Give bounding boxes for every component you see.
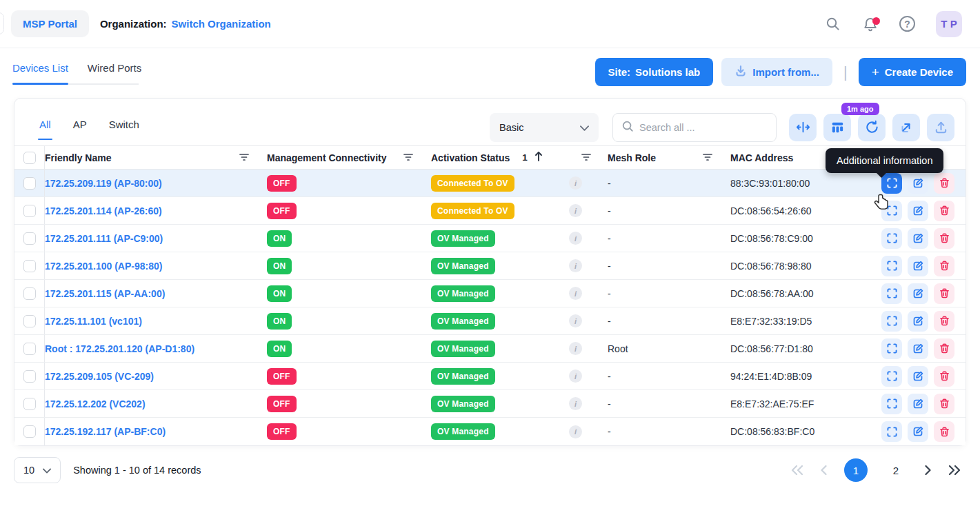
device-name-link[interactable]: 172.25.209.105 (VC-209) — [45, 371, 154, 382]
help-icon[interactable]: ? — [899, 16, 915, 32]
edit-device-button[interactable] — [908, 173, 928, 194]
page-2-button[interactable]: 2 — [884, 458, 908, 482]
create-device-button[interactable]: + Create Device — [859, 58, 966, 86]
filter-icon[interactable] — [239, 152, 249, 163]
notifications-bell-icon[interactable] — [862, 16, 879, 32]
edit-device-button[interactable] — [908, 228, 928, 249]
edit-device-button[interactable] — [908, 256, 928, 276]
device-name-link[interactable]: Root : 172.25.201.120 (AP-D1:80) — [45, 343, 194, 354]
columns-settings-button[interactable] — [823, 114, 851, 141]
filter-tab-all[interactable]: All — [38, 114, 52, 140]
delete-device-button[interactable] — [934, 311, 954, 332]
row-checkbox[interactable] — [23, 343, 36, 355]
filter-icon[interactable] — [703, 152, 712, 163]
info-icon[interactable]: i — [569, 425, 582, 438]
device-name-link[interactable]: 172.25.12.202 (VC202) — [45, 398, 146, 409]
device-name-link[interactable]: 172.25.192.117 (AP-BF:C0) — [45, 426, 166, 437]
avatar[interactable]: T P — [936, 11, 962, 37]
import-from-button[interactable]: Import from... — [721, 58, 832, 86]
info-icon[interactable]: i — [569, 287, 582, 300]
info-icon[interactable]: i — [569, 204, 582, 217]
export-upload-button[interactable] — [927, 114, 954, 141]
delete-device-button[interactable] — [934, 228, 954, 249]
device-name-link[interactable]: 172.25.11.101 (vc101) — [45, 316, 142, 327]
device-name-link[interactable]: 172.25.201.115 (AP-AA:00) — [45, 288, 165, 299]
info-icon[interactable]: i — [569, 176, 582, 190]
row-checkbox[interactable] — [23, 370, 36, 383]
filter-tab-switch[interactable]: Switch — [108, 114, 141, 140]
edit-device-button[interactable] — [908, 283, 928, 304]
site-selector-button[interactable]: Site: Solutions lab — [595, 58, 714, 86]
filter-icon[interactable] — [403, 152, 413, 163]
info-icon[interactable]: i — [569, 259, 582, 272]
refresh-button[interactable]: 1m ago — [858, 114, 886, 141]
delete-device-button[interactable] — [934, 338, 954, 359]
devices-card: AllAPSwitch Basic — [14, 98, 966, 446]
info-icon[interactable]: i — [569, 397, 582, 410]
device-name-link[interactable]: 172.25.201.114 (AP-26:60) — [45, 205, 162, 216]
sort-ascending-icon[interactable] — [534, 151, 543, 164]
view-mode-select[interactable]: Basic — [490, 113, 599, 142]
edit-device-button[interactable] — [908, 311, 928, 332]
table-header-row: Friendly Name Management Connectivity Ac… — [14, 146, 966, 170]
edit-device-button[interactable] — [908, 421, 928, 442]
mesh-role-cell: - — [608, 261, 730, 272]
additional-information-button[interactable] — [881, 256, 902, 276]
table-body: 172.25.209.119 (AP-80:00) OFF Connected … — [14, 170, 966, 445]
next-page-button[interactable] — [924, 465, 932, 475]
additional-information-button[interactable] — [881, 228, 902, 249]
row-checkbox[interactable] — [23, 260, 36, 272]
resize-columns-button[interactable] — [789, 114, 817, 141]
edit-device-button[interactable] — [908, 201, 928, 221]
device-name-link[interactable]: 172.25.201.100 (AP-98:80) — [45, 261, 162, 272]
tab-devices-list[interactable]: Devices List — [12, 58, 68, 85]
info-icon[interactable]: i — [569, 314, 582, 327]
info-icon[interactable]: i — [569, 342, 582, 355]
organization-link[interactable]: Switch Organization — [172, 18, 271, 30]
delete-device-button[interactable] — [934, 394, 954, 414]
edit-device-button[interactable] — [908, 394, 928, 414]
additional-information-button[interactable] — [881, 283, 902, 304]
open-external-button[interactable] — [892, 114, 920, 141]
edit-device-button[interactable] — [908, 366, 928, 387]
filter-tab-ap[interactable]: AP — [72, 114, 88, 140]
row-checkbox[interactable] — [23, 398, 36, 410]
delete-device-button[interactable] — [934, 366, 954, 387]
search-input[interactable] — [639, 122, 757, 133]
search-icon — [621, 120, 634, 135]
additional-information-button[interactable] — [881, 311, 902, 332]
tab-wired-ports[interactable]: Wired Ports — [88, 58, 141, 85]
device-name-link[interactable]: 172.25.209.119 (AP-80:00) — [45, 178, 162, 189]
last-page-button[interactable] — [948, 465, 961, 475]
first-page-button[interactable] — [791, 465, 803, 475]
page-size-select[interactable]: 10 — [14, 457, 61, 483]
search-field[interactable] — [612, 113, 777, 142]
col-management-connectivity: Management Connectivity — [267, 152, 386, 163]
filter-icon[interactable] — [581, 152, 591, 163]
page-1-button[interactable]: 1 — [844, 458, 868, 482]
delete-device-button[interactable] — [934, 173, 954, 194]
edit-device-button[interactable] — [908, 338, 928, 359]
row-checkbox[interactable] — [23, 287, 36, 300]
additional-information-button[interactable] — [881, 394, 902, 414]
additional-information-button[interactable] — [881, 338, 902, 359]
row-checkbox[interactable] — [23, 205, 36, 217]
select-all-checkbox[interactable] — [23, 152, 36, 164]
delete-device-button[interactable] — [934, 421, 954, 442]
delete-device-button[interactable] — [934, 283, 954, 304]
delete-device-button[interactable] — [934, 201, 954, 221]
delete-device-button[interactable] — [934, 256, 954, 276]
row-checkbox[interactable] — [23, 177, 36, 190]
msp-portal-button[interactable]: MSP Portal — [11, 10, 89, 37]
info-icon[interactable]: i — [569, 370, 582, 383]
row-checkbox[interactable] — [23, 425, 36, 438]
info-icon[interactable]: i — [569, 232, 582, 245]
additional-information-button[interactable] — [881, 421, 902, 442]
row-checkbox[interactable] — [23, 232, 36, 245]
row-checkbox[interactable] — [23, 315, 36, 327]
additional-information-button[interactable] — [881, 366, 902, 387]
activation-status-badge: OV Managed — [431, 313, 495, 330]
previous-page-button[interactable] — [820, 465, 828, 475]
device-name-link[interactable]: 172.25.201.111 (AP-C9:00) — [45, 233, 163, 244]
search-icon[interactable] — [825, 16, 841, 32]
